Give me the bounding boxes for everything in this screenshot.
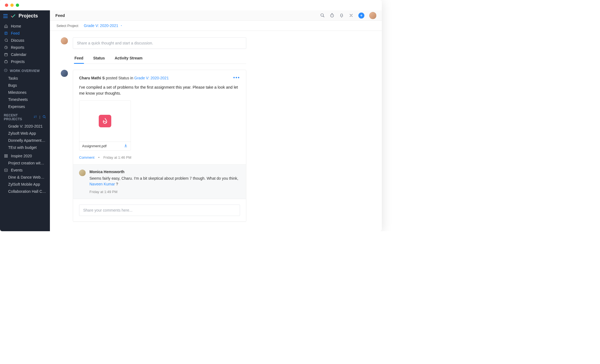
pdf-icon [99, 115, 111, 127]
svg-rect-9 [6, 156, 7, 157]
commenter-avatar [79, 170, 86, 176]
post-timestamp: Friday at 1:46 PM [103, 155, 131, 160]
work-bugs[interactable]: Bugs [0, 82, 50, 89]
window-titlebar [0, 0, 382, 10]
svg-point-12 [331, 14, 334, 17]
download-icon[interactable] [124, 143, 128, 149]
post-more-icon[interactable]: ••• [233, 75, 240, 81]
inspire-sub-0[interactable]: Project creation with lay [0, 160, 50, 167]
nav-feed[interactable]: Feed [0, 30, 50, 37]
recent-search-icon[interactable] [43, 115, 46, 119]
compose-input[interactable]: Share a quick thought and start a discus… [73, 37, 246, 49]
window-maximize-dot[interactable] [16, 4, 19, 7]
clock-icon [4, 68, 8, 73]
post-attachment[interactable]: Assignment.pdf [79, 100, 131, 151]
nav-calendar[interactable]: Calendar [0, 51, 50, 58]
recent-project-1[interactable]: Zylsoft Web App [0, 130, 50, 137]
comments-block: Monica Hemsworth Seems fairly easy, Char… [73, 164, 246, 199]
recent-project-3[interactable]: TEst with budget [0, 144, 50, 151]
attachment-footer: Assignment.pdf [79, 142, 131, 150]
topbar-actions: + [320, 12, 376, 19]
post-card: Charu Mathi S posted Status in Grade V: … [73, 70, 246, 222]
svg-point-11 [321, 14, 323, 16]
project-selector-row: Select Project Grade V: 2020-2021 [50, 21, 382, 31]
meta-separator: • [98, 155, 100, 160]
brand: Projects [0, 10, 50, 22]
commenter-name: Monica Hemsworth [89, 170, 240, 174]
feed-tabs: Feed Status Activity Stream [74, 54, 246, 64]
tab-activity-stream[interactable]: Activity Stream [114, 54, 143, 64]
nav-projects[interactable]: Projects [0, 58, 50, 65]
tab-feed[interactable]: Feed [74, 54, 84, 64]
work-tasks[interactable]: Tasks [0, 75, 50, 82]
reply-input[interactable]: Share your comments here... [79, 204, 240, 216]
group-inspire[interactable]: Inspire 2020 [0, 151, 50, 160]
events-sub-0[interactable]: Dine & Dance Website [0, 174, 50, 181]
grid-icon [4, 154, 8, 158]
nav-discuss[interactable]: Discuss [0, 37, 50, 44]
chevron-down-icon [120, 23, 123, 28]
svg-rect-3 [5, 61, 8, 63]
svg-rect-6 [5, 155, 6, 156]
calendar-icon [4, 53, 8, 56]
post-row: Charu Mathi S posted Status in Grade V: … [61, 70, 246, 222]
post-author: Charu Mathi S [79, 76, 105, 80]
recent-project-2[interactable]: Donnelly Apartments Co [0, 137, 50, 144]
nav-reports[interactable]: Reports [0, 44, 50, 51]
brand-logo-icon [10, 13, 16, 19]
projects-icon [4, 60, 8, 64]
window-close-dot[interactable] [5, 4, 8, 7]
home-icon [4, 24, 8, 28]
attachment-filename: Assignment.pdf [82, 144, 107, 148]
page-title: Feed [55, 13, 65, 18]
tools-icon[interactable] [349, 13, 353, 18]
main-area: Feed + Select Project Grade V: 2020-2021 [50, 10, 382, 231]
hamburger-icon[interactable] [3, 14, 8, 18]
bell-icon[interactable] [339, 13, 344, 18]
tab-status[interactable]: Status [93, 54, 106, 64]
svg-point-5 [43, 116, 45, 118]
comment-action[interactable]: Comment [79, 155, 94, 160]
events-sub-1[interactable]: ZylSoft Mobile App [0, 181, 50, 188]
comment-item: Monica Hemsworth Seems fairly easy, Char… [79, 170, 240, 194]
topbar: Feed + [50, 10, 382, 21]
section-work-overview[interactable]: WORK OVERVIEW [0, 65, 50, 75]
post-body: I've compiled a set of problems for the … [79, 85, 240, 97]
recent-sort-icon[interactable] [33, 115, 37, 119]
discuss-icon [4, 38, 8, 42]
timer-icon[interactable] [330, 13, 334, 18]
work-timesheets[interactable]: Timesheets [0, 96, 50, 103]
svg-rect-7 [6, 155, 7, 156]
comment-text: Seems fairly easy, Charu. I'm a bit skep… [89, 176, 240, 187]
work-milestones[interactable]: Milestones [0, 89, 50, 96]
svg-rect-8 [5, 156, 6, 157]
post-header-text: Charu Mathi S posted Status in Grade V: … [79, 76, 233, 80]
search-icon[interactable] [320, 13, 325, 18]
window-minimize-dot[interactable] [10, 4, 14, 7]
feed-icon [4, 31, 8, 35]
reply-area: Share your comments here... [73, 199, 246, 221]
recent-project-0[interactable]: Grade V: 2020-2021 [0, 123, 50, 130]
add-button[interactable]: + [358, 13, 364, 19]
content-scroll[interactable]: Share a quick thought and start a discus… [50, 31, 382, 231]
sidebar: Projects Home Feed Discuss Reports [0, 10, 50, 231]
work-expenses[interactable]: Expenses [0, 103, 50, 110]
events-icon [4, 168, 8, 172]
user-avatar[interactable] [369, 12, 376, 19]
compose-row: Share a quick thought and start a discus… [61, 37, 246, 49]
events-sub-2[interactable]: Collaboration Hall Const [0, 188, 50, 195]
post-meta: Comment • Friday at 1:46 PM [79, 155, 240, 160]
post-project-link[interactable]: Grade V: 2020-2021 [134, 76, 169, 80]
user-mention[interactable]: Naveen Kumar [89, 182, 115, 186]
project-selector[interactable]: Grade V: 2020-2021 [84, 23, 122, 28]
post-author-avatar [61, 70, 68, 77]
nav-home[interactable]: Home [0, 23, 50, 30]
primary-nav: Home Feed Discuss Reports Calendar [0, 22, 50, 65]
compose-avatar [61, 37, 68, 44]
section-recent-projects: RECENT PROJECTS | [0, 110, 50, 123]
svg-rect-2 [5, 53, 8, 56]
feed-column: Share a quick thought and start a discus… [61, 37, 246, 222]
reports-icon [4, 46, 8, 49]
app-window: Projects Home Feed Discuss Reports [0, 0, 382, 231]
group-events[interactable]: Events [0, 167, 50, 174]
